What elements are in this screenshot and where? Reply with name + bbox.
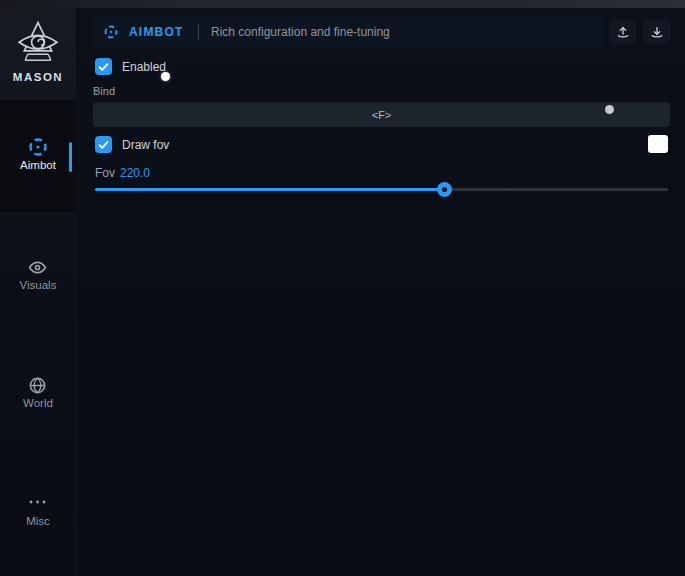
sidebar-item-misc-label[interactable]: Misc [0, 515, 76, 527]
download-config-button[interactable] [643, 19, 670, 45]
upload-config-button[interactable] [609, 19, 636, 45]
ellipsis-icon[interactable] [28, 496, 47, 508]
cursor-dot [161, 72, 170, 81]
enabled-checkbox[interactable] [95, 58, 112, 75]
sidebar [0, 8, 76, 576]
sidebar-item-aimbot-label[interactable]: Aimbot [0, 159, 76, 171]
fov-value: 220.0 [120, 166, 150, 180]
upload-icon [615, 24, 631, 40]
desktop-strip [0, 0, 685, 8]
fov-slider-fill [95, 188, 445, 191]
sidebar-item-world-label[interactable]: World [0, 397, 76, 409]
download-icon [649, 24, 665, 40]
aimbot-header-icon [103, 24, 119, 40]
mason-logo-icon [13, 20, 63, 68]
draw-fov-label: Draw fov [122, 136, 169, 153]
header-subtitle: Rich configuration and fine-tuning [211, 16, 390, 48]
bind-key-value: <F> [372, 109, 392, 121]
header-divider [198, 24, 199, 40]
bind-label: Bind [93, 85, 115, 97]
bind-key-field[interactable]: <F> [93, 102, 670, 127]
fov-label: Fov [95, 166, 115, 180]
fov-row: Fov220.0 [95, 166, 150, 180]
globe-icon[interactable] [28, 376, 47, 395]
crosshair-icon[interactable] [27, 136, 49, 158]
fov-slider[interactable] [95, 188, 668, 191]
eye-icon[interactable] [28, 258, 47, 277]
fov-color-swatch[interactable] [648, 135, 668, 153]
enabled-label: Enabled [122, 58, 166, 75]
indicator-dot [605, 105, 614, 114]
brand-name: MASON [0, 71, 76, 83]
page-title: AIMBOT [129, 16, 184, 48]
draw-fov-checkbox[interactable] [95, 136, 112, 153]
sidebar-item-visuals-label[interactable]: Visuals [0, 279, 76, 291]
content-area [77, 8, 685, 576]
